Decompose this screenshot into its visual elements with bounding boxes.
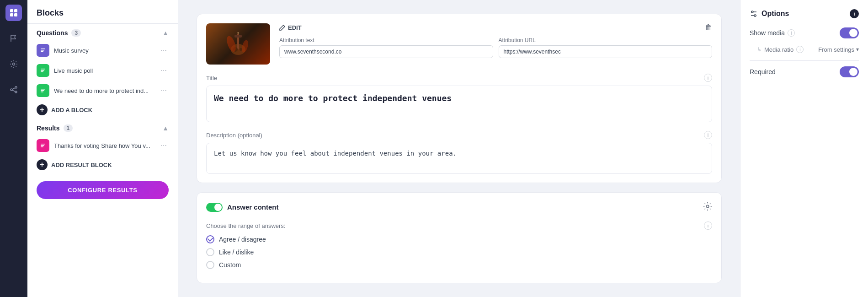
attribution-url-input[interactable] [499, 45, 713, 58]
sidebar: Blocks Questions 3 ▲ Music survey ··· L [27, 0, 178, 297]
media-ratio-label: Media ratio [764, 46, 793, 53]
add-result-block-button[interactable]: + ADD RESULT BLOCK [27, 156, 178, 174]
configure-results-button[interactable]: CONFIGURE RESULTS [37, 181, 169, 199]
live-music-poll-label: Live music poll [54, 67, 154, 74]
svg-point-29 [706, 205, 709, 208]
options-header: Options i [750, 9, 859, 18]
svg-rect-10 [41, 51, 43, 52]
results-section-header: Results 1 ▲ [27, 119, 178, 135]
attribution-text-input[interactable] [279, 45, 493, 58]
attribution-text-label: Attribution text [279, 37, 493, 43]
main-card: EDIT 🗑 Attribution text Attribution URL [197, 14, 722, 183]
svg-rect-17 [41, 144, 45, 145]
sidebar-item-music-survey[interactable]: Music survey ··· [27, 40, 178, 60]
title-info-icon[interactable]: i [704, 74, 712, 82]
svg-rect-2 [10, 13, 13, 16]
title-section: Title i We need to do more to protect in… [197, 74, 721, 131]
share-icon[interactable] [5, 81, 22, 98]
radio-custom[interactable]: Custom [206, 261, 712, 269]
media-edit-bar: EDIT 🗑 Attribution text Attribution URL [279, 23, 712, 65]
results-label: Results [37, 124, 60, 132]
flag-icon[interactable] [5, 30, 22, 47]
description-info-icon[interactable]: i [704, 131, 712, 139]
description-section: Description (optional) i Let us know how… [197, 131, 721, 183]
title-textarea[interactable]: We need to do more to protect independen… [206, 86, 712, 122]
settings-icon[interactable] [5, 56, 22, 72]
svg-rect-14 [41, 89, 45, 90]
options-info-icon[interactable]: i [850, 9, 859, 18]
thanks-voting-more[interactable]: ··· [159, 140, 169, 151]
delete-button[interactable]: 🗑 [705, 23, 712, 32]
results-chevron-icon[interactable]: ▲ [162, 124, 169, 132]
svg-rect-18 [41, 145, 44, 146]
results-count: 1 [64, 124, 73, 132]
radio-like-dislike[interactable]: Like / dislike [206, 248, 712, 256]
range-label: Choose the range of answers: [206, 222, 285, 229]
edit-button[interactable]: EDIT [279, 24, 302, 31]
answer-card-title: Answer content [227, 203, 279, 211]
questions-count: 3 [71, 29, 81, 37]
radio-custom-circle[interactable] [206, 261, 214, 269]
answer-header-left: Answer content [206, 203, 279, 212]
media-actions: EDIT 🗑 [279, 23, 712, 32]
attribution-text-field: Attribution text [279, 37, 493, 58]
media-ratio-value: From settings [818, 46, 854, 53]
sidebar-item-thanks-voting[interactable]: Thanks for voting Share how You v... ··· [27, 135, 178, 156]
media-ratio-chevron-icon: ▾ [856, 46, 859, 53]
media-section: EDIT 🗑 Attribution text Attribution URL [197, 14, 721, 74]
add-block-plus-icon: + [37, 104, 48, 115]
options-title-row: Options [750, 10, 789, 18]
answer-gear-icon[interactable] [703, 202, 712, 212]
required-toggle[interactable] [840, 66, 859, 77]
show-media-row: Show media i [750, 27, 859, 38]
svg-point-31 [751, 11, 753, 13]
add-block-button[interactable]: + ADD A BLOCK [27, 101, 178, 119]
sidebar-item-live-music-poll[interactable]: Live music poll ··· [27, 60, 178, 81]
svg-rect-24 [234, 35, 242, 38]
svg-rect-3 [14, 13, 17, 16]
svg-rect-0 [10, 9, 13, 12]
icon-bar [0, 0, 27, 297]
show-media-toggle[interactable] [840, 27, 859, 38]
media-ratio-info-icon[interactable]: i [796, 46, 804, 53]
sidebar-item-we-need[interactable]: We need to do more to protect ind... ··· [27, 81, 178, 101]
required-row: Required [750, 66, 859, 77]
add-result-label: ADD RESULT BLOCK [51, 162, 112, 168]
attribution-row: Attribution text Attribution URL [279, 37, 712, 58]
show-media-info-icon[interactable]: i [788, 29, 795, 37]
grid-icon[interactable] [5, 5, 22, 21]
we-need-more[interactable]: ··· [159, 86, 169, 96]
svg-rect-8 [41, 49, 45, 49]
required-label: Required [750, 68, 776, 76]
title-field-label: Title [206, 75, 217, 81]
svg-rect-13 [41, 71, 43, 72]
answer-toggle[interactable] [206, 203, 223, 212]
svg-rect-16 [41, 92, 43, 92]
svg-point-7 [15, 91, 17, 93]
questions-chevron-icon[interactable]: ▲ [162, 29, 169, 37]
range-info-icon[interactable]: i [704, 221, 712, 230]
add-result-plus-icon: + [37, 159, 48, 170]
svg-point-4 [13, 63, 15, 65]
radio-agree-disagree[interactable]: Agree / disagree [206, 235, 712, 243]
description-textarea[interactable]: Let us know how you feel about independe… [206, 143, 712, 174]
radio-agree-disagree-circle[interactable] [206, 235, 214, 243]
media-thumbnail [206, 23, 270, 65]
thanks-voting-label: Thanks for voting Share how You v... [54, 142, 154, 149]
options-sliders-icon [750, 10, 758, 18]
svg-rect-19 [41, 146, 43, 147]
svg-point-6 [11, 89, 12, 91]
music-survey-label: Music survey [54, 47, 154, 54]
result-icon [37, 139, 49, 152]
show-media-label-row: Show media i [750, 29, 795, 37]
description-label-row: Description (optional) i [206, 131, 712, 139]
svg-rect-12 [41, 70, 44, 71]
svg-rect-11 [41, 69, 45, 70]
media-ratio-row: ↳ Media ratio i From settings ▾ [750, 46, 859, 53]
media-ratio-value-row[interactable]: From settings ▾ [818, 46, 859, 53]
radio-like-dislike-circle[interactable] [206, 248, 214, 256]
music-survey-more[interactable]: ··· [159, 45, 169, 55]
show-media-label: Show media [750, 29, 785, 37]
live-music-poll-more[interactable]: ··· [159, 65, 169, 76]
question-icon [37, 84, 49, 97]
